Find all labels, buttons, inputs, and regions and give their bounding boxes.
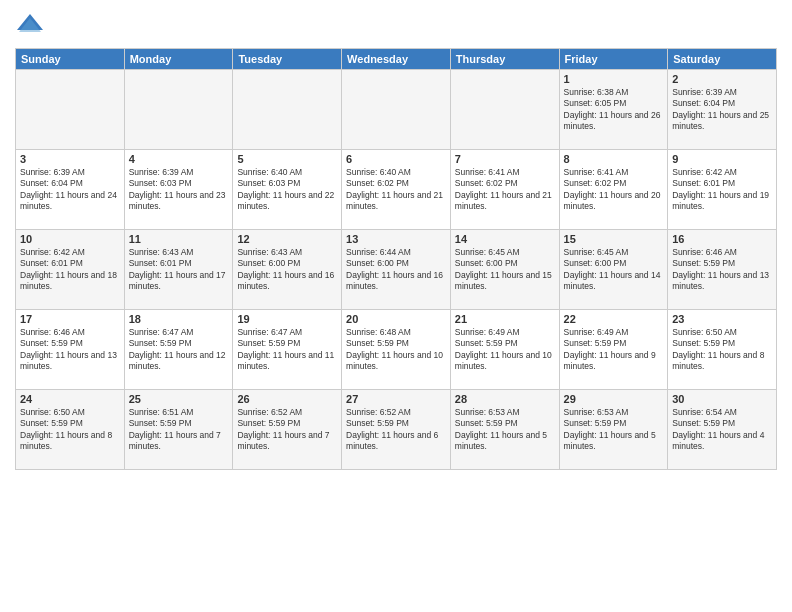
day-number: 12 [237, 233, 337, 245]
day-number: 13 [346, 233, 446, 245]
day-info: Sunrise: 6:50 AM Sunset: 5:59 PM Dayligh… [20, 407, 120, 453]
day-info: Sunrise: 6:49 AM Sunset: 5:59 PM Dayligh… [455, 327, 555, 373]
calendar-week-row: 10Sunrise: 6:42 AM Sunset: 6:01 PM Dayli… [16, 230, 777, 310]
calendar-cell: 15Sunrise: 6:45 AM Sunset: 6:00 PM Dayli… [559, 230, 668, 310]
calendar-cell: 6Sunrise: 6:40 AM Sunset: 6:02 PM Daylig… [342, 150, 451, 230]
calendar-cell: 9Sunrise: 6:42 AM Sunset: 6:01 PM Daylig… [668, 150, 777, 230]
day-info: Sunrise: 6:39 AM Sunset: 6:03 PM Dayligh… [129, 167, 229, 213]
day-number: 6 [346, 153, 446, 165]
calendar-cell: 22Sunrise: 6:49 AM Sunset: 5:59 PM Dayli… [559, 310, 668, 390]
day-number: 28 [455, 393, 555, 405]
day-number: 19 [237, 313, 337, 325]
calendar-cell [342, 70, 451, 150]
calendar-cell: 21Sunrise: 6:49 AM Sunset: 5:59 PM Dayli… [450, 310, 559, 390]
day-number: 15 [564, 233, 664, 245]
day-number: 16 [672, 233, 772, 245]
calendar-cell: 30Sunrise: 6:54 AM Sunset: 5:59 PM Dayli… [668, 390, 777, 470]
day-info: Sunrise: 6:54 AM Sunset: 5:59 PM Dayligh… [672, 407, 772, 453]
day-number: 18 [129, 313, 229, 325]
day-info: Sunrise: 6:43 AM Sunset: 6:01 PM Dayligh… [129, 247, 229, 293]
calendar-cell [450, 70, 559, 150]
day-info: Sunrise: 6:46 AM Sunset: 5:59 PM Dayligh… [20, 327, 120, 373]
day-number: 14 [455, 233, 555, 245]
calendar-cell: 12Sunrise: 6:43 AM Sunset: 6:00 PM Dayli… [233, 230, 342, 310]
weekday-header: Tuesday [233, 49, 342, 70]
day-number: 26 [237, 393, 337, 405]
day-info: Sunrise: 6:46 AM Sunset: 5:59 PM Dayligh… [672, 247, 772, 293]
calendar-cell: 26Sunrise: 6:52 AM Sunset: 5:59 PM Dayli… [233, 390, 342, 470]
day-info: Sunrise: 6:53 AM Sunset: 5:59 PM Dayligh… [455, 407, 555, 453]
weekday-header: Monday [124, 49, 233, 70]
calendar-table: SundayMondayTuesdayWednesdayThursdayFrid… [15, 48, 777, 470]
calendar-cell: 20Sunrise: 6:48 AM Sunset: 5:59 PM Dayli… [342, 310, 451, 390]
logo-icon [15, 10, 45, 40]
day-info: Sunrise: 6:52 AM Sunset: 5:59 PM Dayligh… [237, 407, 337, 453]
day-info: Sunrise: 6:45 AM Sunset: 6:00 PM Dayligh… [455, 247, 555, 293]
calendar-cell: 4Sunrise: 6:39 AM Sunset: 6:03 PM Daylig… [124, 150, 233, 230]
calendar-cell: 3Sunrise: 6:39 AM Sunset: 6:04 PM Daylig… [16, 150, 125, 230]
day-info: Sunrise: 6:39 AM Sunset: 6:04 PM Dayligh… [20, 167, 120, 213]
header [15, 10, 777, 40]
weekday-header: Saturday [668, 49, 777, 70]
weekday-header: Friday [559, 49, 668, 70]
calendar-week-row: 3Sunrise: 6:39 AM Sunset: 6:04 PM Daylig… [16, 150, 777, 230]
day-number: 21 [455, 313, 555, 325]
day-info: Sunrise: 6:50 AM Sunset: 5:59 PM Dayligh… [672, 327, 772, 373]
day-number: 1 [564, 73, 664, 85]
calendar-cell: 11Sunrise: 6:43 AM Sunset: 6:01 PM Dayli… [124, 230, 233, 310]
weekday-header: Wednesday [342, 49, 451, 70]
day-info: Sunrise: 6:40 AM Sunset: 6:03 PM Dayligh… [237, 167, 337, 213]
calendar-page: SundayMondayTuesdayWednesdayThursdayFrid… [0, 0, 792, 612]
calendar-cell [124, 70, 233, 150]
calendar-week-row: 1Sunrise: 6:38 AM Sunset: 6:05 PM Daylig… [16, 70, 777, 150]
day-info: Sunrise: 6:47 AM Sunset: 5:59 PM Dayligh… [129, 327, 229, 373]
day-number: 4 [129, 153, 229, 165]
day-number: 5 [237, 153, 337, 165]
day-info: Sunrise: 6:41 AM Sunset: 6:02 PM Dayligh… [564, 167, 664, 213]
day-info: Sunrise: 6:42 AM Sunset: 6:01 PM Dayligh… [672, 167, 772, 213]
day-number: 24 [20, 393, 120, 405]
calendar-cell: 2Sunrise: 6:39 AM Sunset: 6:04 PM Daylig… [668, 70, 777, 150]
calendar-cell: 16Sunrise: 6:46 AM Sunset: 5:59 PM Dayli… [668, 230, 777, 310]
day-number: 2 [672, 73, 772, 85]
calendar-cell [233, 70, 342, 150]
day-number: 25 [129, 393, 229, 405]
day-info: Sunrise: 6:43 AM Sunset: 6:00 PM Dayligh… [237, 247, 337, 293]
calendar-cell: 24Sunrise: 6:50 AM Sunset: 5:59 PM Dayli… [16, 390, 125, 470]
calendar-cell: 1Sunrise: 6:38 AM Sunset: 6:05 PM Daylig… [559, 70, 668, 150]
weekday-header: Sunday [16, 49, 125, 70]
day-number: 7 [455, 153, 555, 165]
day-number: 27 [346, 393, 446, 405]
day-number: 23 [672, 313, 772, 325]
logo [15, 10, 49, 40]
day-number: 22 [564, 313, 664, 325]
day-info: Sunrise: 6:53 AM Sunset: 5:59 PM Dayligh… [564, 407, 664, 453]
day-info: Sunrise: 6:41 AM Sunset: 6:02 PM Dayligh… [455, 167, 555, 213]
calendar-cell: 18Sunrise: 6:47 AM Sunset: 5:59 PM Dayli… [124, 310, 233, 390]
calendar-cell: 10Sunrise: 6:42 AM Sunset: 6:01 PM Dayli… [16, 230, 125, 310]
calendar-week-row: 24Sunrise: 6:50 AM Sunset: 5:59 PM Dayli… [16, 390, 777, 470]
day-info: Sunrise: 6:51 AM Sunset: 5:59 PM Dayligh… [129, 407, 229, 453]
day-number: 3 [20, 153, 120, 165]
day-number: 17 [20, 313, 120, 325]
calendar-cell: 25Sunrise: 6:51 AM Sunset: 5:59 PM Dayli… [124, 390, 233, 470]
day-info: Sunrise: 6:45 AM Sunset: 6:00 PM Dayligh… [564, 247, 664, 293]
calendar-cell: 17Sunrise: 6:46 AM Sunset: 5:59 PM Dayli… [16, 310, 125, 390]
day-info: Sunrise: 6:42 AM Sunset: 6:01 PM Dayligh… [20, 247, 120, 293]
calendar-week-row: 17Sunrise: 6:46 AM Sunset: 5:59 PM Dayli… [16, 310, 777, 390]
day-info: Sunrise: 6:38 AM Sunset: 6:05 PM Dayligh… [564, 87, 664, 133]
weekday-header: Thursday [450, 49, 559, 70]
day-number: 29 [564, 393, 664, 405]
header-row: SundayMondayTuesdayWednesdayThursdayFrid… [16, 49, 777, 70]
calendar-cell: 13Sunrise: 6:44 AM Sunset: 6:00 PM Dayli… [342, 230, 451, 310]
day-info: Sunrise: 6:44 AM Sunset: 6:00 PM Dayligh… [346, 247, 446, 293]
day-info: Sunrise: 6:47 AM Sunset: 5:59 PM Dayligh… [237, 327, 337, 373]
day-info: Sunrise: 6:48 AM Sunset: 5:59 PM Dayligh… [346, 327, 446, 373]
day-number: 30 [672, 393, 772, 405]
calendar-cell: 23Sunrise: 6:50 AM Sunset: 5:59 PM Dayli… [668, 310, 777, 390]
calendar-cell: 7Sunrise: 6:41 AM Sunset: 6:02 PM Daylig… [450, 150, 559, 230]
day-number: 11 [129, 233, 229, 245]
calendar-cell: 29Sunrise: 6:53 AM Sunset: 5:59 PM Dayli… [559, 390, 668, 470]
day-info: Sunrise: 6:52 AM Sunset: 5:59 PM Dayligh… [346, 407, 446, 453]
day-info: Sunrise: 6:40 AM Sunset: 6:02 PM Dayligh… [346, 167, 446, 213]
